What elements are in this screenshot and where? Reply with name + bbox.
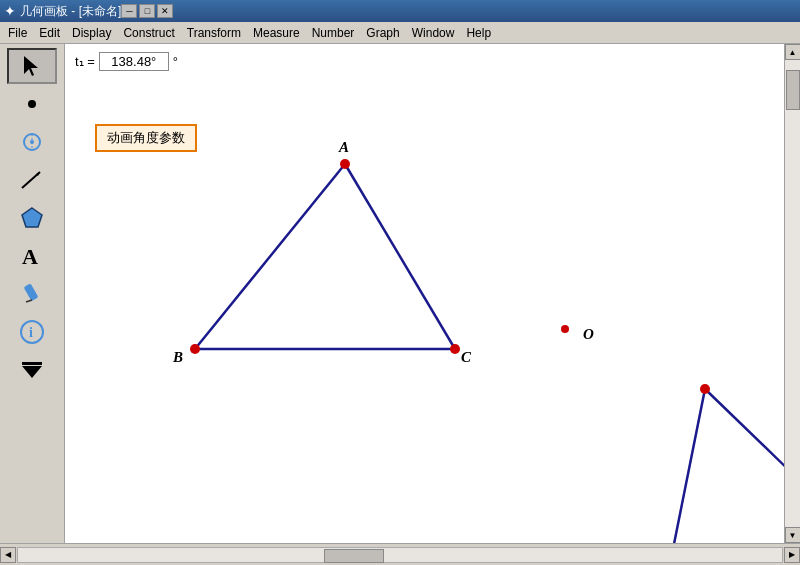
scroll-track [785,60,801,527]
svg-point-29 [700,384,710,394]
svg-rect-14 [22,362,42,365]
h-scroll-track [17,547,783,563]
scroll-thumb[interactable] [786,70,800,110]
svg-marker-7 [22,208,42,227]
svg-text:i: i [29,325,33,340]
menu-item-graph[interactable]: Graph [360,24,405,42]
svg-text:B: B [172,349,183,365]
svg-text:O: O [583,326,594,342]
close-button[interactable]: ✕ [157,4,173,18]
svg-point-1 [28,100,36,108]
polygon-tool[interactable] [7,200,57,236]
menu-item-transform[interactable]: Transform [181,24,247,42]
menu-item-construct[interactable]: Construct [117,24,180,42]
menu-item-measure[interactable]: Measure [247,24,306,42]
compass-tool[interactable] [7,124,57,160]
info-tool[interactable]: i [7,314,57,350]
svg-line-28 [670,534,784,543]
maximize-button[interactable]: □ [139,4,155,18]
canvas-area[interactable]: t₁ = 138.48° ° 动画角度参数 A B C O [65,44,784,543]
svg-point-20 [450,344,460,354]
point-tool[interactable] [7,86,57,122]
svg-marker-0 [24,56,38,76]
title-icon: ✦ [4,3,16,19]
right-scrollbar: ▲ ▼ [784,44,800,543]
svg-line-15 [195,164,345,349]
scroll-right-button[interactable]: ▶ [784,547,800,563]
menu-item-display[interactable]: Display [66,24,117,42]
svg-line-27 [705,389,784,534]
bottom-scrollbar: ◀ ▶ [0,543,800,565]
svg-rect-9 [24,283,39,301]
menu-item-window[interactable]: Window [406,24,461,42]
svg-text:A: A [338,139,349,155]
menu-item-file[interactable]: File [2,24,33,42]
svg-line-10 [26,300,32,302]
h-scroll-thumb[interactable] [324,549,384,563]
menu-item-edit[interactable]: Edit [33,24,66,42]
svg-point-24 [561,325,569,333]
more-tool[interactable] [7,352,57,388]
marker-tool[interactable] [7,276,57,312]
svg-point-19 [190,344,200,354]
titlebar: ✦ 几何画板 - [未命名] ─ □ ✕ [0,0,800,22]
window-controls: ─ □ ✕ [121,4,173,18]
svg-line-26 [670,389,705,543]
text-tool[interactable]: A [7,238,57,274]
main-area: A i t₁ = 138.48° [0,44,800,543]
select-tool[interactable] [7,48,57,84]
scroll-left-button[interactable]: ◀ [0,547,16,563]
toolbar: A i [0,44,65,543]
title-text: 几何画板 - [未命名] [20,3,121,20]
svg-marker-13 [22,366,42,378]
line-tool[interactable] [7,162,57,198]
menu-item-help[interactable]: Help [460,24,497,42]
scroll-up-button[interactable]: ▲ [785,44,801,60]
svg-point-18 [340,159,350,169]
minimize-button[interactable]: ─ [121,4,137,18]
svg-text:A: A [22,244,38,269]
scroll-down-button[interactable]: ▼ [785,527,801,543]
svg-text:C: C [461,349,472,365]
geometry-canvas: A B C O [65,44,784,543]
menubar: FileEditDisplayConstructTransformMeasure… [0,22,800,44]
svg-line-16 [345,164,455,349]
menu-item-number[interactable]: Number [306,24,361,42]
